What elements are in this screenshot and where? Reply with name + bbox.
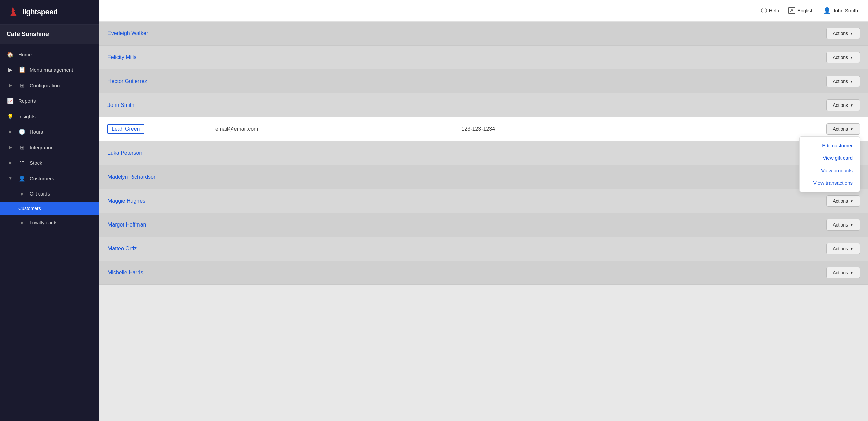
- dropdown-container: Actions ▼: [826, 76, 860, 87]
- dropdown-caret-icon: ▼: [850, 271, 854, 275]
- main-content: ⓘ Help A English 👤 John Smith Everleigh …: [99, 0, 868, 421]
- dropdown-container: Actions ▼: [826, 219, 860, 231]
- customer-name[interactable]: Hector Gutierrez: [107, 78, 147, 84]
- logo-text: lightspeed: [22, 8, 58, 17]
- actions-cell: Actions ▼: [660, 189, 868, 213]
- reports-icon: 📈: [7, 97, 14, 104]
- actions-label: Actions: [833, 79, 848, 84]
- stock-chevron-icon: ▶: [7, 159, 14, 167]
- home-icon: 🏠: [7, 51, 14, 58]
- actions-label: Actions: [833, 246, 848, 251]
- sidebar-nav: 🏠 Home ▶ 📋 Menu management ▶ ⊞ Configura…: [0, 44, 99, 421]
- actions-cell: Actions ▼: [660, 46, 868, 69]
- customer-name[interactable]: Felicity Mills: [107, 54, 136, 60]
- table-row: Leah Greenemail@email.com123-123-1234Act…: [99, 117, 868, 141]
- sidebar-item-home[interactable]: 🏠 Home: [0, 47, 99, 62]
- view-products-option[interactable]: View products: [800, 164, 860, 177]
- customer-name[interactable]: Luka Peterson: [107, 150, 142, 156]
- customers-icon: 👤: [18, 175, 26, 182]
- sidebar-item-stock[interactable]: ▶ 🗃 Stock: [0, 155, 99, 171]
- dropdown-container: Actions ▼: [826, 52, 860, 63]
- gift-cards-chevron-icon: ▶: [18, 190, 26, 198]
- actions-label: Actions: [833, 222, 848, 228]
- topbar: ⓘ Help A English 👤 John Smith: [99, 0, 868, 22]
- actions-label: Actions: [833, 55, 848, 60]
- language-selector[interactable]: A English: [788, 7, 814, 14]
- sidebar-item-loyalty-cards-label: Loyalty cards: [30, 220, 57, 225]
- edit-customer-option[interactable]: Edit customer: [800, 139, 860, 152]
- hours-icon: 🕐: [18, 128, 26, 136]
- dropdown-container: Actions ▼: [826, 99, 860, 111]
- sidebar-item-menu-management[interactable]: ▶ 📋 Menu management: [0, 62, 99, 78]
- customer-name[interactable]: Leah Green: [107, 124, 144, 134]
- view-gift-card-option[interactable]: View gift card: [800, 152, 860, 164]
- actions-cell: Actions ▼: [660, 69, 868, 93]
- customer-name[interactable]: Michelle Harris: [107, 270, 143, 275]
- customers-table: Everleigh WalkerActions ▼Felicity MillsA…: [99, 22, 868, 285]
- sidebar-item-loyalty-cards[interactable]: ▶ Loyalty cards: [0, 215, 99, 231]
- actions-button[interactable]: Actions ▼: [826, 195, 860, 207]
- dropdown-container: Actions ▼: [826, 243, 860, 254]
- actions-button[interactable]: Actions ▼: [826, 28, 860, 39]
- customer-name[interactable]: Madelyn Richardson: [107, 174, 157, 180]
- actions-button[interactable]: Actions ▼: [826, 99, 860, 111]
- customers-chevron-icon: ▼: [7, 175, 14, 182]
- sidebar-item-stock-label: Stock: [30, 160, 42, 166]
- actions-button[interactable]: Actions ▼: [826, 243, 860, 254]
- customer-name[interactable]: John Smith: [107, 102, 134, 108]
- customer-name[interactable]: Maggie Hughes: [107, 198, 145, 204]
- sidebar-item-insights-label: Insights: [18, 114, 36, 119]
- table-row: Maggie HughesActions ▼: [99, 189, 868, 213]
- table-row: Michelle HarrisActions ▼: [99, 261, 868, 285]
- dropdown-container: Actions ▼: [826, 195, 860, 207]
- user-icon: 👤: [823, 7, 831, 14]
- table-row: John SmithActions ▼: [99, 93, 868, 117]
- customer-name[interactable]: Matteo Ortiz: [107, 246, 137, 251]
- table-row: Madelyn RichardsonActions ▼: [99, 165, 868, 189]
- user-label: John Smith: [833, 8, 858, 13]
- actions-dropdown-menu: Edit customerView gift cardView products…: [799, 136, 860, 192]
- table-row: Margot HoffmanActions ▼: [99, 213, 868, 237]
- customer-name[interactable]: Everleigh Walker: [107, 30, 148, 36]
- sidebar-item-configuration[interactable]: ▶ ⊞ Configuration: [0, 78, 99, 93]
- config-chevron-icon: ▶: [7, 82, 14, 89]
- hours-chevron-icon: ▶: [7, 128, 14, 136]
- actions-cell: Actions ▼: [660, 237, 868, 261]
- help-button[interactable]: ⓘ Help: [761, 7, 779, 15]
- actions-button[interactable]: Actions ▼: [826, 267, 860, 278]
- actions-button[interactable]: Actions ▼: [826, 219, 860, 231]
- sidebar-item-hours[interactable]: ▶ 🕐 Hours: [0, 124, 99, 140]
- actions-label: Actions: [833, 102, 848, 108]
- dropdown-container: Actions ▼Edit customerView gift cardView…: [826, 123, 860, 135]
- help-icon: ⓘ: [761, 7, 767, 15]
- config-icon: ⊞: [18, 82, 26, 89]
- sidebar-item-gift-cards-label: Gift cards: [30, 191, 50, 197]
- sidebar-item-reports[interactable]: 📈 Reports: [0, 93, 99, 109]
- sidebar-item-gift-cards[interactable]: ▶ Gift cards: [0, 186, 99, 202]
- actions-label: Actions: [833, 31, 848, 36]
- actions-label: Actions: [833, 270, 848, 275]
- svg-marker-0: [10, 7, 17, 16]
- customer-email: email@email.com: [207, 117, 453, 141]
- sidebar-item-hours-label: Hours: [30, 129, 43, 135]
- view-transactions-option[interactable]: View transactions: [800, 177, 860, 189]
- sidebar-item-customers-label: Customers: [18, 206, 41, 211]
- sidebar-item-integration[interactable]: ▶ ⊞ Integration: [0, 140, 99, 155]
- user-menu[interactable]: 👤 John Smith: [823, 7, 858, 14]
- sidebar-item-home-label: Home: [18, 52, 32, 57]
- sidebar-item-customers[interactable]: Customers: [0, 202, 99, 215]
- sidebar-item-customers-parent[interactable]: ▼ 👤 Customers: [0, 171, 99, 186]
- actions-button[interactable]: Actions ▼: [826, 76, 860, 87]
- customer-phone: 123-123-1234: [453, 117, 660, 141]
- sidebar: lightspeed Café Sunshine 🏠 Home ▶ 📋 Menu…: [0, 0, 99, 421]
- lightspeed-logo-icon: [7, 6, 19, 18]
- customer-name[interactable]: Margot Hoffman: [107, 222, 146, 228]
- dropdown-caret-icon: ▼: [850, 127, 854, 131]
- actions-button[interactable]: Actions ▼: [826, 52, 860, 63]
- actions-button[interactable]: Actions ▼: [826, 123, 860, 135]
- dropdown-caret-icon: ▼: [850, 247, 854, 251]
- venue-name: Café Sunshine: [0, 25, 99, 44]
- sidebar-item-insights[interactable]: 💡 Insights: [0, 109, 99, 124]
- menu-management-icon: 📋: [18, 66, 26, 73]
- dropdown-caret-icon: ▼: [850, 80, 854, 83]
